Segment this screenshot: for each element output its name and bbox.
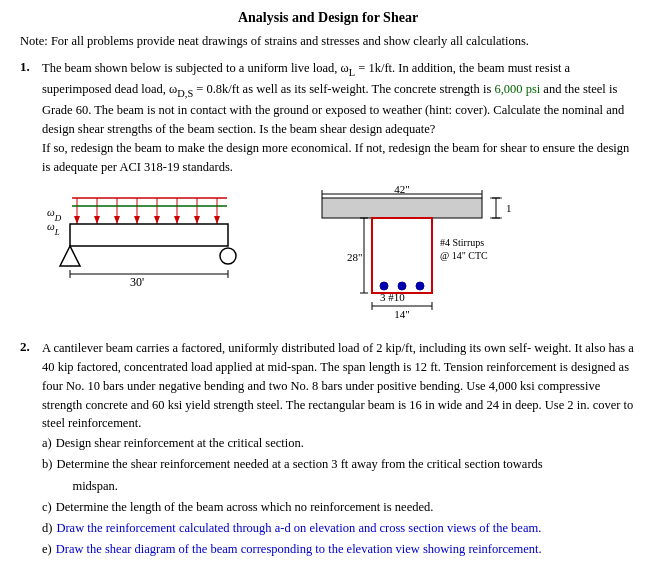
svg-marker-13: [154, 216, 160, 224]
note-text: Note: For all problems provide neat draw…: [20, 34, 636, 49]
svg-marker-10: [94, 216, 100, 224]
svg-point-20: [220, 248, 236, 264]
cross-section-diagram: 42" 10" #4 Stirrups @ 14" CTC: [292, 186, 512, 325]
problem-2-sub-items: a) Design shear reinforcement at the cri…: [42, 433, 636, 561]
problem-1-number: 1.: [20, 59, 36, 75]
svg-marker-19: [60, 246, 80, 266]
sub-item-e: e) Draw the shear diagram of the beam co…: [42, 539, 636, 560]
svg-rect-18: [70, 224, 228, 246]
svg-text:#4 Stirrups: #4 Stirrups: [440, 237, 484, 248]
sub-item-b: b) Determine the shear reinforcement nee…: [42, 454, 636, 497]
svg-marker-15: [194, 216, 200, 224]
svg-text:@ 14" CTC: @ 14" CTC: [440, 250, 488, 261]
svg-point-41: [380, 282, 388, 290]
svg-text:28": 28": [347, 251, 363, 263]
problem-2-text: A cantilever beam carries a factored, un…: [42, 339, 636, 433]
svg-marker-14: [174, 216, 180, 224]
sub-item-c: c) Determine the length of the beam acro…: [42, 497, 636, 518]
svg-text:14": 14": [394, 308, 410, 320]
svg-text:42": 42": [394, 186, 410, 195]
problem-1-text: The beam shown below is subjected to a u…: [42, 59, 636, 176]
beam-elevation-diagram: 30' ωD ωL: [42, 186, 252, 305]
page-title: Analysis and Design for Shear: [20, 10, 636, 26]
sub-item-a: a) Design shear reinforcement at the cri…: [42, 433, 636, 454]
svg-marker-16: [214, 216, 220, 224]
svg-marker-12: [134, 216, 140, 224]
svg-marker-11: [114, 216, 120, 224]
svg-point-42: [398, 282, 406, 290]
svg-text:3 #10: 3 #10: [380, 291, 405, 303]
svg-text:30': 30': [130, 275, 144, 289]
problem-2-number: 2.: [20, 339, 36, 355]
sub-item-d: d) Draw the reinforcement calculated thr…: [42, 518, 636, 539]
svg-point-43: [416, 282, 424, 290]
problem-2: 2. A cantilever beam carries a factored,…: [20, 339, 636, 560]
svg-text:10": 10": [506, 202, 512, 214]
svg-rect-31: [322, 198, 482, 218]
problem-1: 1. The beam shown below is subjected to …: [20, 59, 636, 325]
svg-marker-9: [74, 216, 80, 224]
